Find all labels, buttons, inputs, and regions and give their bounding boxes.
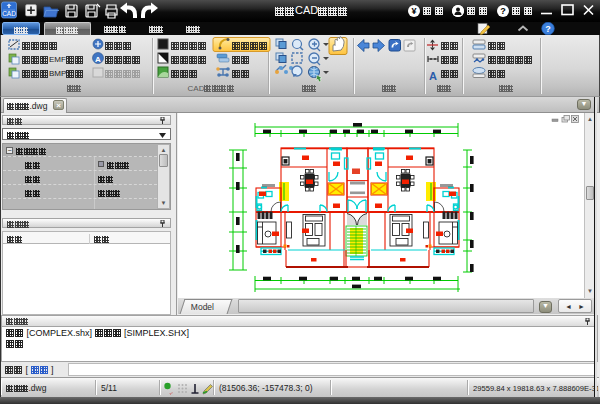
svg-text:A: A (95, 55, 101, 64)
svg-text:A: A (429, 70, 437, 82)
svg-text:CAD: CAD (2, 10, 16, 17)
svg-text:?: ? (545, 24, 551, 34)
